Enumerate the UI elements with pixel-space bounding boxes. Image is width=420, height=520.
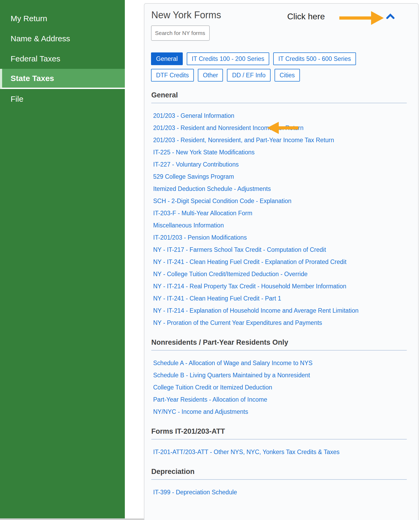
form-link[interactable]: Part-Year Residents - Allocation of Inco…: [153, 393, 407, 406]
form-link[interactable]: Miscellaneous Information: [153, 219, 407, 231]
form-link[interactable]: IT-201-ATT/203-ATT - Other NYS, NYC, Yon…: [153, 446, 407, 458]
sidebar-item-label: Federal Taxes: [11, 54, 60, 63]
sidebar-item-file[interactable]: File: [0, 89, 125, 109]
form-link[interactable]: IT-201/203 - Pension Modifications: [153, 231, 407, 244]
form-link-list: 201/203 - General Information 201/203 - …: [151, 103, 407, 329]
form-link-list: IT-399 - Depreciation Schedule: [151, 480, 407, 498]
form-link[interactable]: SCH - 2-Digit Special Condition Code - E…: [153, 195, 407, 207]
click-here-annotation: Click here: [287, 12, 325, 21]
form-link[interactable]: College Tuition Credit or Itemized Deduc…: [153, 381, 407, 393]
form-link[interactable]: NY - IT-217 - Farmers School Tax Credit …: [153, 244, 407, 256]
form-link[interactable]: 529 College Savings Program: [153, 171, 407, 183]
form-link-list: IT-201-ATT/203-ATT - Other NYS, NYC, Yon…: [151, 440, 407, 458]
form-link[interactable]: NY/NYC - Income and Adjustments: [153, 406, 407, 418]
filter-tab-general[interactable]: General: [151, 52, 183, 65]
sidebar-item-my-return[interactable]: My Return: [0, 8, 125, 29]
panel-header: New York Forms Click here: [144, 4, 418, 25]
sidebar: My Return Name & Address Federal Taxes S…: [0, 0, 125, 518]
form-link-list: Schedule A - Allocation of Wage and Sala…: [151, 351, 407, 418]
filter-tab-dtf-credits[interactable]: DTF Credits: [151, 69, 194, 82]
section-general: General 201/203 - General Information 20…: [151, 91, 407, 329]
form-link[interactable]: Itemized Deduction Schedule - Adjustment…: [153, 183, 407, 195]
form-link[interactable]: IT-203-F - Multi-Year Allocation Form: [153, 207, 407, 219]
section-heading: Nonresidents / Part-Year Residents Only: [151, 338, 407, 351]
sidebar-item-label: Name & Address: [11, 34, 70, 43]
filter-tab-dd-ef-info[interactable]: DD / EF Info: [227, 69, 271, 82]
section-forms-att: Forms IT-201/203-ATT IT-201-ATT/203-ATT …: [151, 427, 407, 458]
section-heading: Forms IT-201/203-ATT: [151, 427, 407, 440]
form-link[interactable]: NY - IT-214 - Explanation of Household I…: [153, 304, 407, 317]
sidebar-item-federal-taxes[interactable]: Federal Taxes: [0, 49, 125, 69]
form-link[interactable]: NY - IT-214 - Real Property Tax Credit -…: [153, 280, 407, 292]
filter-buttons: General IT Credits 100 - 200 Series IT C…: [151, 52, 393, 82]
sidebar-item-label: My Return: [11, 14, 47, 23]
page-title: New York Forms: [151, 10, 221, 21]
page: My Return Name & Address Federal Taxes S…: [0, 0, 420, 520]
sidebar-item-label: File: [11, 95, 23, 104]
section-nonresidents: Nonresidents / Part-Year Residents Only …: [151, 338, 407, 418]
form-link[interactable]: 201/203 - Resident, Nonresident, and Par…: [153, 134, 407, 146]
chevron-up-icon: [386, 13, 397, 20]
form-link[interactable]: IT-225 - New York State Modifications: [153, 146, 407, 158]
sidebar-item-name-address[interactable]: Name & Address: [0, 29, 125, 49]
filter-tab-it-credits-100-200[interactable]: IT Credits 100 - 200 Series: [187, 52, 269, 65]
filter-tab-cities[interactable]: Cities: [275, 69, 300, 82]
filter-tab-it-credits-500-600[interactable]: IT Credits 500 - 600 Series: [273, 52, 356, 65]
form-link[interactable]: IT-227 - Voluntary Contributions: [153, 158, 407, 171]
ny-forms-panel: New York Forms Click here General IT Cre…: [144, 3, 419, 520]
form-link[interactable]: NY - Proration of the Current Year Expen…: [153, 317, 407, 329]
section-depreciation: Depreciation IT-399 - Depreciation Sched…: [151, 468, 407, 498]
form-link[interactable]: NY - College Tuition Credit/Itemized Ded…: [153, 268, 407, 280]
bottom-divider: [0, 518, 144, 520]
form-link[interactable]: Schedule B - Living Quarters Maintained …: [153, 369, 407, 381]
search-input[interactable]: [151, 25, 210, 41]
form-link[interactable]: 201/203 - General Information: [153, 110, 407, 122]
form-link[interactable]: NY - IT-241 - Clean Heating Fuel Credit …: [153, 292, 407, 304]
arrow-left-icon: [267, 122, 298, 134]
filter-tab-other[interactable]: Other: [198, 69, 223, 82]
sidebar-item-state-taxes[interactable]: State Taxes: [0, 69, 125, 89]
form-link[interactable]: Schedule A - Allocation of Wage and Sala…: [153, 357, 407, 369]
form-link[interactable]: NY - IT-241 - Clean Heating Fuel Credit …: [153, 256, 407, 268]
section-heading: Depreciation: [151, 468, 407, 480]
arrow-right-icon: [339, 11, 384, 25]
form-sections: General 201/203 - General Information 20…: [151, 91, 407, 498]
collapse-panel-button[interactable]: [386, 12, 397, 21]
sidebar-item-label: State Taxes: [11, 74, 54, 83]
form-link[interactable]: IT-399 - Depreciation Schedule: [153, 486, 407, 498]
section-heading: General: [151, 91, 407, 103]
